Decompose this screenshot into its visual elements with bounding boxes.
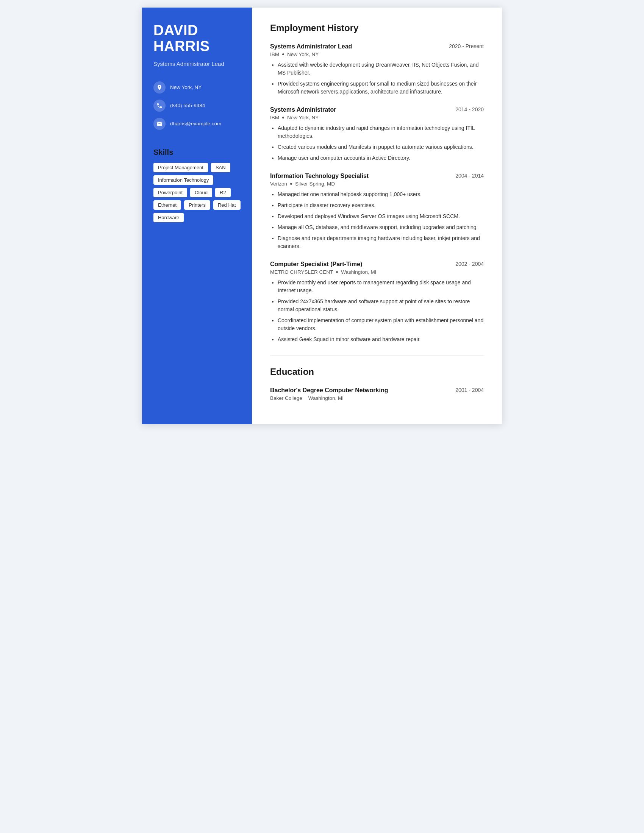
main-content: Employment History Systems Administrator… xyxy=(252,8,502,424)
location-text: New York, NY xyxy=(170,84,201,90)
job-bullet: Coordinated implementation of computer s… xyxy=(278,317,484,333)
skills-section: Skills Project ManagementSANInformation … xyxy=(153,148,241,222)
job-dates: 2004 - 2014 xyxy=(449,173,484,179)
skill-tag: Hardware xyxy=(153,213,184,222)
job-bullets: Provide monthly end user reports to mana… xyxy=(270,279,484,343)
employment-heading: Employment History xyxy=(270,23,484,35)
skill-tag: Project Management xyxy=(153,163,208,172)
name-line1: DAVID xyxy=(153,23,198,38)
job-bullet: Managed tier one national helpdesk suppo… xyxy=(278,190,484,198)
dot-separator xyxy=(290,183,292,185)
job-header: Systems Administrator Lead2020 - Present xyxy=(270,43,484,50)
job-meta: VerizonSilver Spring, MD xyxy=(270,181,484,187)
skill-tag: R2 xyxy=(215,188,231,197)
contact-location: New York, NY xyxy=(153,81,241,93)
skill-tag: Cloud xyxy=(190,188,212,197)
job-entry: Computer Specialist (Part-Time)2002 - 20… xyxy=(270,261,484,343)
job-bullet: Diagnose and repair departments imaging … xyxy=(278,234,484,250)
edu-location: Washington, MI xyxy=(308,395,344,401)
resume-container: DAVID HARRIS Systems Administrator Lead … xyxy=(142,8,502,424)
job-bullet: Assisted Geek Squad in minor software an… xyxy=(278,336,484,343)
skill-tag: Powerpoint xyxy=(153,188,187,197)
job-title: Computer Specialist (Part-Time) xyxy=(270,261,362,268)
email-text: dharris@example.com xyxy=(170,121,221,127)
sidebar: DAVID HARRIS Systems Administrator Lead … xyxy=(142,8,252,424)
skills-heading: Skills xyxy=(153,148,241,157)
job-title: Information Technology Specialist xyxy=(270,173,369,180)
job-dates: 2020 - Present xyxy=(443,43,484,49)
skills-tags: Project ManagementSANInformation Technol… xyxy=(153,163,241,222)
dot-separator xyxy=(282,53,284,55)
job-bullet: Provide monthly end user reports to mana… xyxy=(278,279,484,294)
skill-tag: Ethernet xyxy=(153,200,181,210)
job-header: Systems Administrator2014 - 2020 xyxy=(270,106,484,113)
candidate-name: DAVID HARRIS xyxy=(153,23,241,55)
job-bullet: Provided 24x7x365 hardware and software … xyxy=(278,298,484,314)
contact-phone: (840) 555-9484 xyxy=(153,100,241,112)
job-title: Systems Administrator xyxy=(270,106,336,113)
job-company: IBM xyxy=(270,51,279,57)
email-icon xyxy=(153,118,166,130)
phone-text: (840) 555-9484 xyxy=(170,103,205,108)
job-bullet: Manage all OS, database, and middleware … xyxy=(278,224,484,232)
job-bullet: Assisted with website development using … xyxy=(278,61,484,77)
education-heading: Education xyxy=(270,367,484,380)
job-bullet: Provided systems engineering support for… xyxy=(278,80,484,96)
skill-tag: Printers xyxy=(184,200,210,210)
dot-separator xyxy=(336,271,338,273)
job-entry: Systems Administrator2014 - 2020IBMNew Y… xyxy=(270,106,484,162)
location-icon xyxy=(153,81,166,93)
job-dates: 2002 - 2004 xyxy=(449,261,484,267)
skill-tag: SAN xyxy=(211,163,230,172)
phone-icon xyxy=(153,100,166,112)
job-entry: Systems Administrator Lead2020 - Present… xyxy=(270,43,484,96)
job-bullets: Adapted to dynamic industry and rapid ch… xyxy=(270,124,484,162)
job-company: METRO CHRYSLER CENT xyxy=(270,269,333,275)
candidate-title: Systems Administrator Lead xyxy=(153,60,241,68)
edu-meta: Baker CollegeWashington, MI xyxy=(270,395,484,401)
job-bullet: Manage user and computer accounts in Act… xyxy=(278,154,484,162)
job-company: IBM xyxy=(270,115,279,121)
edu-degree: Bachelor's Degree Computer Networking xyxy=(270,387,388,394)
job-bullet: Developed and deployed Windows Server OS… xyxy=(278,212,484,220)
jobs-list: Systems Administrator Lead2020 - Present… xyxy=(270,43,484,343)
job-company: Verizon xyxy=(270,181,287,187)
edu-entry: Bachelor's Degree Computer Networking200… xyxy=(270,387,484,401)
job-location: Silver Spring, MD xyxy=(295,181,335,187)
edu-header: Bachelor's Degree Computer Networking200… xyxy=(270,387,484,394)
job-dates: 2014 - 2020 xyxy=(449,106,484,113)
job-location: Washington, MI xyxy=(341,269,376,275)
job-header: Information Technology Specialist2004 - … xyxy=(270,173,484,180)
skill-tag: Red Hat xyxy=(213,200,241,210)
name-line2: HARRIS xyxy=(153,38,210,54)
edu-dates: 2001 - 2004 xyxy=(449,387,484,393)
job-bullets: Assisted with website development using … xyxy=(270,61,484,96)
job-meta: IBMNew York, NY xyxy=(270,115,484,121)
job-entry: Information Technology Specialist2004 - … xyxy=(270,173,484,250)
job-meta: IBMNew York, NY xyxy=(270,51,484,57)
edu-school: Baker College xyxy=(270,395,302,401)
job-header: Computer Specialist (Part-Time)2002 - 20… xyxy=(270,261,484,268)
contact-section: New York, NY (840) 555-9484 dharris@exam… xyxy=(153,81,241,130)
dot-separator xyxy=(282,117,284,119)
job-location: New York, NY xyxy=(287,51,319,57)
job-bullet: Adapted to dynamic industry and rapid ch… xyxy=(278,124,484,140)
job-location: New York, NY xyxy=(287,115,319,121)
job-bullet: Participate in disaster recovery exercis… xyxy=(278,201,484,209)
skill-tag: Information Technology xyxy=(153,175,213,185)
contact-email: dharris@example.com xyxy=(153,118,241,130)
job-meta: METRO CHRYSLER CENTWashington, MI xyxy=(270,269,484,275)
job-bullet: Created various modules and Manifests in… xyxy=(278,143,484,151)
section-divider xyxy=(270,355,484,356)
education-list: Bachelor's Degree Computer Networking200… xyxy=(270,387,484,401)
job-title: Systems Administrator Lead xyxy=(270,43,352,50)
job-bullets: Managed tier one national helpdesk suppo… xyxy=(270,190,484,250)
